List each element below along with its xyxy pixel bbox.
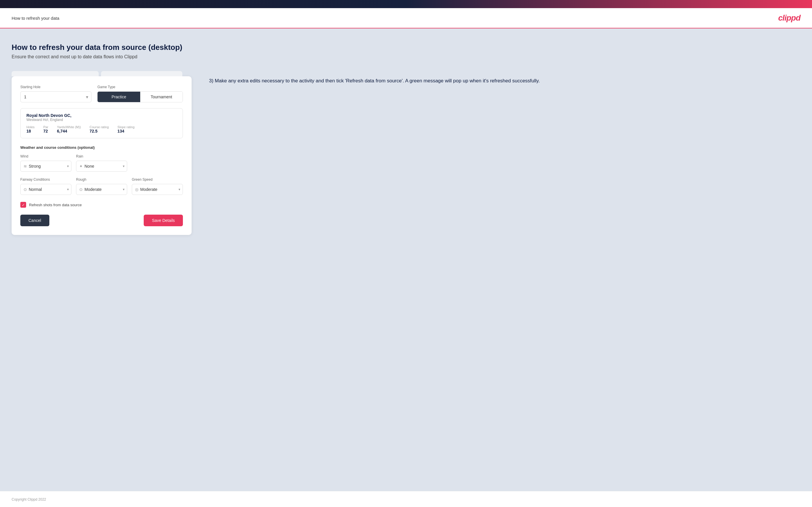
checkbox-row: ✓ Refresh shots from data source: [20, 202, 183, 208]
side-text-area: 3) Make any extra edits necessary to the…: [209, 71, 800, 85]
footer: Copyright Clippd 2022: [0, 491, 812, 507]
fairway-select[interactable]: Normal Soft Firm: [29, 184, 68, 194]
green-speed-select[interactable]: Moderate Fast Slow: [140, 184, 180, 194]
conditions-row-2: Fairway Conditions ⊙ Normal Soft Firm ▾: [20, 177, 183, 195]
rough-icon: ⊙: [79, 187, 83, 192]
holes-stat: Holes 18: [27, 125, 35, 133]
fairway-label: Fairway Conditions: [20, 177, 71, 181]
starting-hole-select[interactable]: 1 10: [20, 92, 91, 102]
green-speed-select-wrapper[interactable]: ◎ Moderate Fast Slow ▾: [132, 184, 183, 195]
slope-rating-label: Slope rating: [117, 125, 135, 129]
main-card: Starting Hole 1 10 ▾ Game Type Practi: [12, 76, 192, 235]
course-name: Royal North Devon GC,: [27, 113, 177, 118]
rain-group: Rain ✦ None Light Heavy ▾: [76, 154, 127, 172]
course-rating-value: 72.5: [90, 129, 109, 133]
green-speed-icon: ◎: [135, 187, 139, 192]
holes-label: Holes: [27, 125, 35, 129]
wind-select[interactable]: Strong Light None: [29, 161, 68, 171]
rain-icon: ✦: [79, 164, 83, 169]
green-speed-label: Green Speed: [132, 177, 183, 181]
game-type-toggle: Practice Tournament: [97, 91, 183, 102]
content-row: Starting Hole 1 10 ▾ Game Type Practi: [12, 71, 800, 235]
course-location: Westward Ho!, England: [27, 118, 177, 122]
wind-label: Wind: [20, 154, 71, 158]
wind-icon: ≋: [23, 164, 27, 169]
fairway-select-wrapper[interactable]: ⊙ Normal Soft Firm ▾: [20, 184, 71, 195]
side-description: 3) Make any extra edits necessary to the…: [209, 77, 800, 85]
save-button[interactable]: Save Details: [144, 215, 183, 226]
rough-group: Rough ⊙ Moderate Light Heavy ▾: [76, 177, 127, 195]
tournament-button[interactable]: Tournament: [140, 92, 183, 102]
conditions-row-1: Wind ≋ Strong Light None ▾ Rain: [20, 154, 183, 172]
rain-select-wrapper[interactable]: ✦ None Light Heavy ▾: [76, 161, 127, 172]
cancel-button[interactable]: Cancel: [20, 215, 49, 226]
starting-hole-group: Starting Hole 1 10 ▾: [20, 85, 92, 102]
game-type-group: Game Type Practice Tournament: [97, 85, 183, 102]
slope-rating-value: 134: [117, 129, 135, 133]
yards-value: 6,744: [57, 129, 81, 133]
course-stats: Holes 18 Par 72 Yards/White (M)) 6,744: [27, 125, 177, 133]
game-type-label: Game Type: [97, 85, 183, 89]
starting-hole-label: Starting Hole: [20, 85, 92, 89]
green-speed-group: Green Speed ◎ Moderate Fast Slow ▾: [132, 177, 183, 195]
main-content: How to refresh your data from source (de…: [0, 29, 812, 491]
fairway-icon: ⊙: [23, 187, 27, 192]
starting-hole-select-wrapper[interactable]: 1 10 ▾: [20, 91, 92, 102]
yards-label: Yards/White (M)): [57, 125, 81, 129]
checkmark-icon: ✓: [22, 203, 25, 207]
par-label: Par: [43, 125, 48, 129]
header: How to refresh your data clippd: [0, 8, 812, 29]
practice-button[interactable]: Practice: [98, 92, 140, 102]
wind-group: Wind ≋ Strong Light None ▾: [20, 154, 71, 172]
slope-rating-stat: Slope rating 134: [117, 125, 135, 133]
par-stat: Par 72: [43, 125, 48, 133]
form-area: Starting Hole 1 10 ▾ Game Type Practi: [12, 71, 192, 235]
button-row: Cancel Save Details: [20, 215, 183, 226]
course-info-box: Royal North Devon GC, Westward Ho!, Engl…: [20, 108, 183, 138]
wind-select-wrapper[interactable]: ≋ Strong Light None ▾: [20, 161, 71, 172]
page-heading: How to refresh your data from source (de…: [12, 43, 800, 52]
top-bar: [0, 0, 812, 8]
rough-select-wrapper[interactable]: ⊙ Moderate Light Heavy ▾: [76, 184, 127, 195]
footer-copyright: Copyright Clippd 2022: [12, 497, 46, 502]
spacer-group: [132, 154, 183, 172]
refresh-checkbox-label: Refresh shots from data source: [29, 203, 82, 207]
refresh-checkbox[interactable]: ✓: [20, 202, 26, 208]
yards-stat: Yards/White (M)) 6,744: [57, 125, 81, 133]
top-form-row: Starting Hole 1 10 ▾ Game Type Practi: [20, 85, 183, 102]
header-title: How to refresh your data: [12, 16, 59, 20]
rain-select[interactable]: None Light Heavy: [85, 161, 124, 171]
partial-cards: [12, 71, 192, 76]
course-rating-label: Course rating: [90, 125, 109, 129]
partial-card-2: [101, 71, 182, 76]
par-value: 72: [43, 129, 48, 133]
rain-label: Rain: [76, 154, 127, 158]
fairway-group: Fairway Conditions ⊙ Normal Soft Firm ▾: [20, 177, 71, 195]
rough-select[interactable]: Moderate Light Heavy: [85, 184, 124, 194]
course-rating-stat: Course rating 72.5: [90, 125, 109, 133]
logo: clippd: [778, 13, 800, 22]
partial-card-1: [12, 71, 99, 76]
holes-value: 18: [27, 129, 35, 133]
weather-section-title: Weather and course conditions (optional): [20, 145, 183, 150]
rough-label: Rough: [76, 177, 127, 181]
page-subheading: Ensure the correct and most up to date d…: [12, 54, 800, 59]
